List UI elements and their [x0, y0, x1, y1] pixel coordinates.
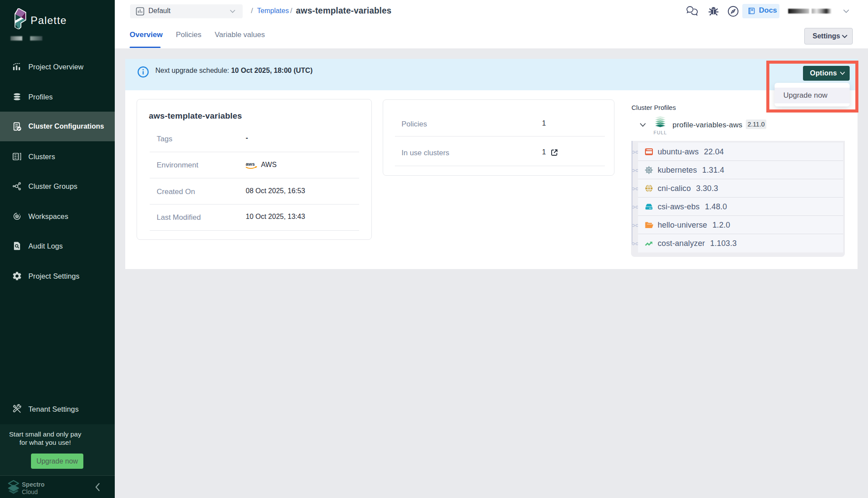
svg-text:aws: aws: [246, 161, 255, 167]
